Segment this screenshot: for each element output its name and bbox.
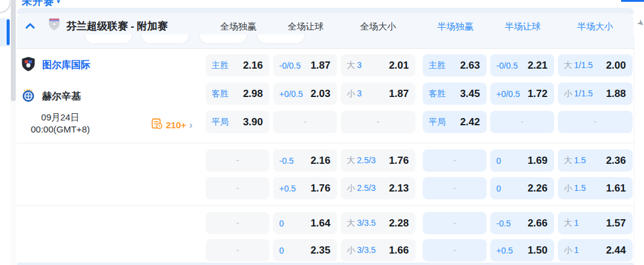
overunder-prefix: 大 bbox=[347, 60, 355, 70]
markets-list-icon bbox=[151, 118, 163, 132]
odds-cell-empty: - bbox=[206, 239, 270, 261]
column-header-halftime-overunder: 半场大小 bbox=[559, 21, 631, 33]
odds-cell[interactable]: 小2.5/32.13 bbox=[341, 177, 415, 199]
odds-cell[interactable]: 小31.87 bbox=[341, 83, 415, 105]
odds-cell[interactable]: +0.51.50 bbox=[490, 239, 554, 261]
odds-line: 3/3.5 bbox=[357, 245, 376, 255]
top-tab-clipped[interactable]: 未开赛▾ bbox=[22, 0, 61, 8]
odds-cell[interactable]: -0/0.52.21 bbox=[490, 54, 554, 76]
odds-line: 2.5/3 bbox=[357, 183, 376, 193]
odds-cell-empty: - bbox=[423, 212, 487, 234]
odds-value: 2.66 bbox=[528, 217, 548, 229]
odds-line: 1.5 bbox=[574, 155, 586, 165]
odds-cell[interactable]: 大3/3.52.28 bbox=[341, 212, 415, 234]
odds-line: 0 bbox=[496, 156, 501, 166]
odds-cell[interactable]: -0.52.16 bbox=[273, 149, 337, 172]
odds-cell[interactable]: 主胜2.16 bbox=[206, 54, 270, 76]
top-tab-label: 未开赛 bbox=[22, 0, 54, 7]
odds-value: 2.28 bbox=[389, 217, 409, 229]
odds-value: 2.16 bbox=[243, 60, 263, 72]
odds-cell[interactable]: 小1/1.51.88 bbox=[558, 83, 633, 105]
odds-label: 小3/3.5 bbox=[347, 245, 376, 256]
odds-label: -0.5 bbox=[279, 156, 294, 166]
odds-label: 客胜 bbox=[212, 89, 229, 99]
odds-label: +0/0.5 bbox=[496, 89, 520, 99]
odds-label: 小2.5/3 bbox=[347, 183, 376, 194]
more-markets-link[interactable]: 210+ › bbox=[151, 118, 192, 132]
odds-label: -0/0.5 bbox=[496, 61, 518, 70]
odds-label: 主胜 bbox=[429, 60, 446, 71]
odds-cell[interactable]: +0/0.51.72 bbox=[490, 83, 554, 105]
odds-cell[interactable]: 大1/1.52.00 bbox=[558, 54, 633, 76]
odds-cell[interactable]: 平局2.42 bbox=[423, 111, 487, 133]
odds-cell[interactable]: +0.51.76 bbox=[273, 177, 337, 199]
odds-cell[interactable]: 小3/3.51.66 bbox=[341, 239, 415, 261]
odds-label: 0 bbox=[279, 219, 284, 228]
odds-value: 2.44 bbox=[606, 245, 626, 257]
odds-cell[interactable]: 02.35 bbox=[273, 239, 337, 261]
odds-label: 0 bbox=[496, 184, 501, 193]
odds-cell[interactable]: -0/0.51.87 bbox=[273, 54, 337, 76]
scrollbar-thumb[interactable] bbox=[11, 0, 16, 101]
collapse-chevron-up-icon[interactable] bbox=[25, 20, 35, 31]
filter-pill-fragment[interactable] bbox=[199, 34, 247, 44]
odds-line: 客胜 bbox=[429, 89, 446, 98]
overunder-prefix: 小 bbox=[564, 89, 572, 98]
filter-pill-fragment[interactable] bbox=[141, 34, 189, 44]
odds-cell[interactable]: 大2.5/31.76 bbox=[341, 149, 415, 172]
odds-label: 平局 bbox=[429, 117, 446, 128]
home-team-row[interactable]: 图尔库国际 bbox=[22, 57, 90, 73]
odds-line: -0.5 bbox=[496, 219, 511, 228]
odds-line: -0/0.5 bbox=[279, 61, 301, 70]
odds-line: 0 bbox=[279, 219, 284, 228]
filter-pill-fragment[interactable] bbox=[84, 34, 133, 44]
card-right-border bbox=[634, 36, 634, 265]
odds-cell[interactable]: 01.64 bbox=[273, 212, 337, 234]
overunder-prefix: 小 bbox=[564, 183, 572, 193]
column-header-fulltime-1x2: 全场独赢 bbox=[202, 21, 274, 33]
overunder-prefix: 小 bbox=[347, 183, 355, 193]
odds-label: 小3 bbox=[347, 89, 362, 99]
odds-cell[interactable]: 主胜2.63 bbox=[423, 54, 487, 76]
odds-line: 3 bbox=[357, 89, 362, 98]
odds-label: 大3 bbox=[347, 60, 362, 71]
odds-cell[interactable]: 大11.57 bbox=[558, 212, 633, 234]
filter-pill-fragment[interactable] bbox=[257, 34, 305, 44]
odds-cell-empty: - bbox=[206, 212, 270, 234]
away-team-row[interactable]: 赫尔辛基 bbox=[22, 89, 81, 104]
odds-cell[interactable]: 大32.01 bbox=[341, 54, 415, 76]
top-right-accent-line bbox=[621, 0, 644, 2]
odds-cell[interactable]: 小12.44 bbox=[558, 239, 633, 261]
odds-cell[interactable]: 客胜2.98 bbox=[206, 83, 270, 105]
odds-value: 2.03 bbox=[311, 88, 330, 100]
odds-cell[interactable]: 大1.52.36 bbox=[558, 149, 633, 172]
odds-value: 2.42 bbox=[460, 116, 480, 128]
odds-line: 1 bbox=[574, 245, 579, 255]
odds-label: 大2.5/3 bbox=[347, 155, 376, 166]
odds-line: -0/0.5 bbox=[496, 61, 518, 70]
odds-label: 小1.5 bbox=[564, 183, 586, 194]
overunder-prefix: 小 bbox=[564, 245, 572, 255]
odds-value: 1.87 bbox=[311, 60, 330, 72]
odds-line: +0/0.5 bbox=[496, 89, 520, 99]
odds-cell[interactable]: 小1.51.61 bbox=[558, 177, 633, 199]
odds-cell[interactable]: 客胜3.45 bbox=[423, 83, 487, 105]
odds-cell[interactable]: 01.69 bbox=[490, 149, 554, 172]
odds-cell[interactable]: 平局3.90 bbox=[206, 111, 270, 133]
odds-line: 3/3.5 bbox=[357, 218, 376, 228]
odds-cell[interactable]: -0.52.66 bbox=[490, 212, 554, 234]
sidebar-selected-indicator[interactable] bbox=[0, 18, 10, 46]
floating-button-fragment[interactable] bbox=[0, 0, 11, 13]
home-team-crest-icon bbox=[22, 57, 35, 73]
odds-line: 1 bbox=[574, 218, 579, 228]
odds-line: 1/1.5 bbox=[574, 89, 593, 98]
next-section-edge bbox=[17, 263, 634, 265]
pin-icon[interactable]: ➤ bbox=[635, 17, 644, 29]
odds-cell[interactable]: +0/0.52.03 bbox=[273, 83, 337, 105]
odds-label: 大1/1.5 bbox=[564, 60, 593, 71]
odds-value: 1.64 bbox=[311, 217, 330, 229]
odds-cell[interactable]: 02.26 bbox=[490, 177, 554, 199]
odds-value: 1.72 bbox=[528, 88, 548, 100]
odds-line: 主胜 bbox=[429, 60, 446, 70]
match-time: 00:00(GMT+8) bbox=[15, 123, 106, 136]
